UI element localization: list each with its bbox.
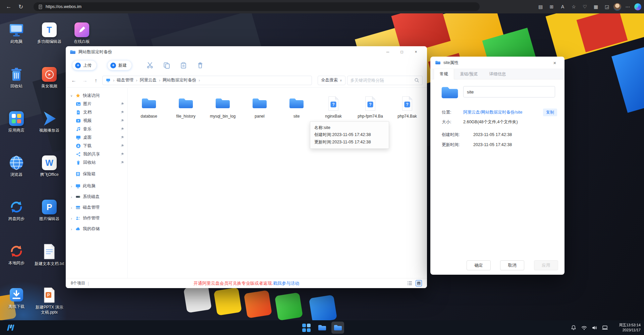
desktop-icon-image-editor[interactable]: P 图片编辑器 [35, 200, 64, 221]
expand-icon[interactable]: › [70, 184, 73, 188]
name-input[interactable] [463, 86, 555, 97]
desktop-icon-cross-disk-sync[interactable]: 跨盘同步 [2, 200, 31, 221]
taskbar-file-manager-active[interactable] [331, 322, 344, 334]
favorites-icon[interactable]: ☆ [569, 2, 578, 11]
expand-icon[interactable]: › [70, 206, 73, 210]
address-bar[interactable]: https://os.webos.im [34, 2, 480, 11]
sidebar-item-system-disk[interactable]: › 系统磁盘 [66, 192, 127, 202]
copilot-icon[interactable] [634, 3, 641, 10]
file-item-file-history[interactable]: file_history [167, 95, 204, 119]
task-view-button[interactable] [300, 322, 313, 334]
search-scope-dropdown[interactable]: 全盘搜索 ∨ [318, 76, 345, 85]
device-icon[interactable] [602, 325, 608, 331]
taskbar-file-manager[interactable] [316, 322, 328, 334]
pin-icon[interactable] [120, 102, 124, 106]
breadcrumb-item[interactable]: 阿里云盘 [140, 77, 157, 83]
taskbar-clock[interactable]: 周五13:53:14 2023/11/17 [619, 323, 641, 333]
sidebar-item-pictures[interactable]: 图片 [66, 100, 127, 108]
sidebar-item-documents[interactable]: 文档 [66, 108, 127, 117]
sidebar-item-recycle[interactable]: 回收站 [66, 158, 127, 167]
file-item-php74bak[interactable]: ? php74.Bak [389, 95, 426, 119]
pin-icon[interactable] [120, 136, 124, 139]
sidebar-quick-access[interactable]: ∨ 快速访问 [66, 91, 127, 100]
location-link[interactable]: 阿里云盘/网站数据定时备份/site [463, 110, 522, 115]
expand-icon[interactable]: › [70, 195, 73, 199]
tab-general[interactable]: 常规 [434, 69, 454, 79]
nav-forward-icon[interactable]: → [80, 76, 90, 85]
desktop-icon-online-whiteboard[interactable]: 在线白板 [67, 22, 97, 44]
desktop-icon-tengfei-office[interactable]: W 腾飞Office [35, 155, 64, 177]
ok-button[interactable]: 确定 [467, 260, 491, 270]
file-item-site[interactable]: site [278, 95, 315, 119]
extensions-icon[interactable]: ◲ [602, 2, 611, 11]
sidebar-item-collaboration[interactable]: › 协作管理 [66, 213, 127, 223]
file-item-mysql-bin-log[interactable]: mysql_bin_log [204, 95, 241, 119]
browser-back-icon[interactable]: ← [3, 0, 15, 13]
delete-icon[interactable] [197, 62, 204, 69]
tab-direct-link[interactable]: 直链/预览 [454, 69, 483, 79]
notifications-bell-icon[interactable] [571, 325, 577, 331]
volume-icon[interactable] [591, 325, 597, 331]
expand-icon[interactable]: › [70, 227, 73, 231]
profile-avatar[interactable] [613, 3, 621, 11]
sidebar-item-videos[interactable]: 视频 [66, 117, 127, 125]
promo-link[interactable]: 戳我参与活动 [273, 281, 299, 286]
desktop-icon-new-pptx[interactable]: P 新建PPTX 演示文稿.pptx [35, 287, 64, 315]
desktop-icon-recycle-bin[interactable]: 回收站 [2, 67, 31, 89]
search-input[interactable] [351, 78, 412, 83]
file-item-panel[interactable]: panel [241, 95, 278, 119]
breadcrumb-item[interactable]: 网站数据定时备份 [163, 77, 196, 83]
new-button[interactable]: + 新建 [107, 60, 132, 70]
list-view-icon[interactable] [407, 280, 413, 286]
grid-view-icon[interactable] [416, 280, 422, 286]
close-button[interactable]: × [409, 46, 423, 58]
sidebar-item-my-storage[interactable]: › 我的存储 [66, 224, 127, 234]
settings-more-icon[interactable]: ⋯ [623, 2, 632, 11]
pin-icon[interactable] [120, 127, 124, 131]
copy-icon[interactable] [163, 62, 170, 69]
tab-details[interactable]: 详细信息 [483, 69, 512, 79]
sidebar-item-this-pc[interactable]: › 此电脑 [66, 181, 127, 191]
desktop-icon-this-pc[interactable]: 此电脑 [2, 22, 31, 44]
file-item-nginxbak[interactable]: ? nginxBak [315, 95, 352, 119]
expand-icon[interactable]: › [70, 216, 73, 220]
pin-icon[interactable] [120, 119, 124, 123]
nav-up-icon[interactable]: ↑ [91, 76, 101, 85]
cancel-button[interactable]: 取消 [500, 260, 524, 270]
wifi-icon[interactable] [581, 325, 587, 331]
sidebar-item-music[interactable]: 音乐 [66, 125, 127, 133]
upload-button[interactable]: + 上传 [72, 60, 97, 70]
sidebar-item-desktop[interactable]: 桌面 [66, 133, 127, 142]
start-button[interactable] [5, 322, 16, 334]
chevron-down-icon[interactable]: ∨ [70, 94, 73, 97]
breadcrumb-item[interactable]: 磁盘管理 [117, 77, 133, 83]
desktop-icon-new-text-doc[interactable]: 新建文本文档.txt [35, 244, 64, 266]
desktop-icon-app-store[interactable]: 应用商店 [2, 111, 31, 133]
split-screen-icon[interactable]: ⊞ [547, 2, 556, 11]
search-icon[interactable] [414, 78, 419, 83]
copy-button[interactable]: 复制 [543, 109, 557, 116]
collections-icon[interactable]: ▦ [591, 2, 600, 11]
sidebar-item-safe-box[interactable]: 保险箱 [66, 170, 127, 178]
pin-icon[interactable] [120, 144, 124, 148]
apply-button[interactable]: 应用 [534, 260, 558, 270]
desktop-icon-offline-download[interactable]: 离线下载 [2, 287, 31, 309]
sidebar-item-my-shares[interactable]: 我的共享 [66, 150, 127, 158]
browser-essentials-icon[interactable]: ♡ [580, 2, 589, 11]
read-aloud-icon[interactable]: A [558, 2, 567, 11]
desktop-icon-multi-editor[interactable]: T 多功能编辑器 [35, 22, 64, 44]
tab-panel-icon[interactable]: ▤ [536, 2, 545, 11]
sidebar-item-disk-management[interactable]: › 磁盘管理 [66, 202, 127, 213]
desktop-icon-local-sync[interactable]: 本地同步 [2, 244, 31, 266]
desktop-icon-beauty-video[interactable]: ▶ 美女视频 [35, 67, 64, 89]
minimize-button[interactable]: ─ [381, 46, 395, 58]
cut-icon[interactable] [147, 62, 153, 69]
nav-back-icon[interactable]: ← [69, 76, 78, 85]
file-item-php-fpm74[interactable]: ? php-fpm74.Ba [352, 95, 389, 119]
maximize-button[interactable]: □ [395, 46, 409, 58]
pin-icon[interactable] [120, 152, 124, 156]
desktop-icon-browser[interactable]: 浏览器 [2, 155, 31, 177]
window-titlebar[interactable]: 网站数据定时备份 ─ □ × [66, 46, 427, 58]
dialog-titlebar[interactable]: site属性 × [430, 57, 565, 69]
desktop-icon-video-player[interactable]: 视频播放器 [35, 111, 64, 133]
